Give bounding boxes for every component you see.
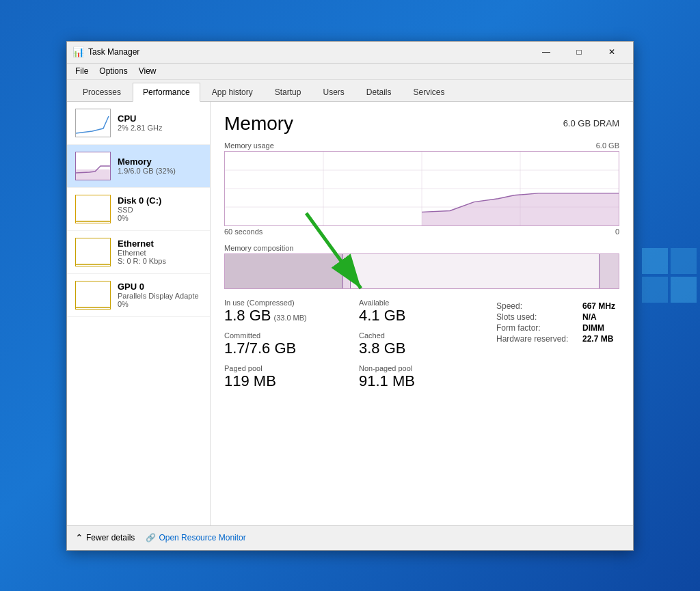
chevron-up-icon: ⌃ — [75, 532, 83, 543]
monitor-icon: 🔗 — [146, 533, 156, 542]
gpu-detail1: Parallels Display Adapte — [118, 292, 202, 300]
disk-thumb — [75, 195, 111, 223]
maximize-button[interactable]: □ — [563, 41, 595, 63]
memory-name: Memory — [118, 156, 202, 167]
memory-thumb — [75, 152, 111, 180]
reserved-row: Hardware reserved: 22.7 MB — [496, 334, 619, 344]
disk-detail2: 0% — [118, 214, 202, 222]
tab-details[interactable]: Details — [356, 83, 402, 101]
gpu-thumb — [75, 281, 111, 310]
sidebar-item-ethernet[interactable]: Ethernet Ethernet S: 0 R: 0 Kbps — [67, 231, 210, 274]
speed-row: Speed: 667 MHz — [496, 301, 619, 311]
cached-label: Cached — [359, 331, 483, 340]
in-use-sub: (33.0 MB) — [273, 314, 306, 322]
composition-section: Memory composition — [224, 244, 619, 289]
ethernet-info: Ethernet Ethernet S: 0 R: 0 Kbps — [118, 238, 202, 265]
tab-bar: Processes Performance App history Startu… — [67, 80, 633, 102]
in-use-label: In use (Compressed) — [224, 299, 348, 307]
committed-label: Committed — [224, 331, 348, 340]
sidebar-item-cpu[interactable]: CPU 2% 2.81 GHz — [67, 102, 210, 145]
window-controls: — □ ✕ — [530, 41, 628, 63]
panel-title: Memory — [224, 113, 293, 135]
reserved-value: 22.7 MB — [582, 334, 613, 344]
stat-in-use: In use (Compressed) 1.8 GB (33.0 MB) — [224, 299, 348, 325]
gpu-detail2: 0% — [118, 300, 202, 308]
disk-name: Disk 0 (C:) — [118, 195, 202, 206]
window-icon: 📊 — [72, 46, 84, 57]
minimize-button[interactable]: — — [530, 41, 562, 63]
main-content: CPU 2% 2.81 GHz Memory 1.9/6.0 GB (32 — [67, 102, 633, 525]
available-label: Available — [359, 299, 483, 307]
svg-rect-0 — [642, 248, 668, 274]
tab-processes[interactable]: Processes — [72, 83, 131, 101]
ethernet-detail2: S: 0 R: 0 Kbps — [118, 257, 202, 265]
sidebar-item-disk[interactable]: Disk 0 (C:) SSD 0% — [67, 188, 210, 231]
usage-label: Memory usage — [224, 141, 274, 150]
menu-bar: File Options View — [67, 64, 633, 80]
paged-value: 119 MB — [224, 372, 348, 390]
speed-value: 667 MHz — [582, 301, 615, 311]
slots-row: Slots used: N/A — [496, 312, 619, 322]
menu-view[interactable]: View — [133, 65, 162, 77]
fewer-details-button[interactable]: ⌃ Fewer details — [75, 532, 135, 543]
tab-users[interactable]: Users — [312, 83, 354, 101]
tab-startup[interactable]: Startup — [265, 83, 312, 101]
memory-usage-section: Memory usage 6.0 GB — [224, 141, 619, 236]
sidebar-item-memory[interactable]: Memory 1.9/6.0 GB (32%) — [67, 145, 210, 188]
stat-paged: Paged pool 119 MB — [224, 364, 348, 390]
form-value: DIMM — [582, 323, 604, 333]
cpu-detail: 2% 2.81 GHz — [118, 124, 202, 132]
footer: ⌃ Fewer details 🔗 Open Resource Monitor — [67, 525, 633, 550]
title-bar: 📊 Task Manager — □ ✕ — [67, 42, 633, 64]
cpu-name: CPU — [118, 113, 202, 124]
memory-info: Memory 1.9/6.0 GB (32%) — [118, 156, 202, 175]
composition-bar — [224, 253, 619, 289]
usage-label-row: Memory usage 6.0 GB — [224, 141, 619, 150]
svg-rect-3 — [671, 277, 697, 303]
sidebar-item-gpu[interactable]: GPU 0 Parallels Display Adapte 0% — [67, 274, 210, 317]
form-label: Form factor: — [496, 323, 578, 333]
menu-file[interactable]: File — [70, 65, 94, 77]
available-value: 4.1 GB — [359, 307, 483, 325]
paged-label: Paged pool — [224, 364, 348, 372]
disk-info: Disk 0 (C:) SSD 0% — [118, 195, 202, 222]
memory-detail: 1.9/6.0 GB (32%) — [118, 167, 202, 175]
gpu-info: GPU 0 Parallels Display Adapte 0% — [118, 281, 202, 308]
time-end: 0 — [615, 228, 619, 236]
gpu-name: GPU 0 — [118, 281, 202, 292]
memory-usage-chart — [224, 151, 619, 226]
slots-value: N/A — [582, 312, 597, 322]
stats-area: In use (Compressed) 1.8 GB (33.0 MB) Ava… — [224, 299, 619, 391]
slots-label: Slots used: — [496, 312, 578, 322]
disk-detail1: SSD — [118, 206, 202, 214]
stat-nonpaged: Non-paged pool 91.1 MB — [359, 364, 483, 390]
cpu-thumb — [75, 109, 111, 137]
tab-app-history[interactable]: App history — [202, 83, 263, 101]
in-use-value: 1.8 GB — [224, 307, 271, 325]
close-button[interactable]: ✕ — [596, 41, 628, 63]
time-labels: 60 seconds 0 — [224, 228, 619, 236]
speed-label: Speed: — [496, 301, 578, 311]
task-manager-window: 📊 Task Manager — □ ✕ File Options View P… — [66, 41, 634, 551]
svg-rect-1 — [671, 248, 697, 274]
stat-cached: Cached 3.8 GB — [359, 331, 483, 357]
svg-rect-2 — [642, 277, 668, 303]
stat-available: Available 4.1 GB — [359, 299, 483, 325]
panel-spec: 6.0 GB DRAM — [563, 113, 619, 128]
ethernet-thumb — [75, 238, 111, 266]
panel-header: Memory 6.0 GB DRAM — [224, 113, 619, 135]
left-stats: In use (Compressed) 1.8 GB (33.0 MB) Ava… — [224, 299, 483, 391]
ethernet-name: Ethernet — [118, 238, 202, 249]
ethernet-detail1: Ethernet — [118, 249, 202, 257]
tab-performance[interactable]: Performance — [133, 83, 200, 102]
usage-max: 6.0 GB — [596, 141, 619, 150]
open-resource-monitor-link[interactable]: 🔗 Open Resource Monitor — [146, 533, 245, 542]
stat-committed: Committed 1.7/7.6 GB — [224, 331, 348, 357]
tab-services[interactable]: Services — [403, 83, 455, 101]
menu-options[interactable]: Options — [94, 65, 133, 77]
nonpaged-value: 91.1 MB — [359, 372, 483, 390]
nonpaged-label: Non-paged pool — [359, 364, 483, 372]
cpu-info: CPU 2% 2.81 GHz — [118, 113, 202, 132]
svg-rect-4 — [76, 169, 111, 180]
committed-value: 1.7/7.6 GB — [224, 340, 348, 357]
